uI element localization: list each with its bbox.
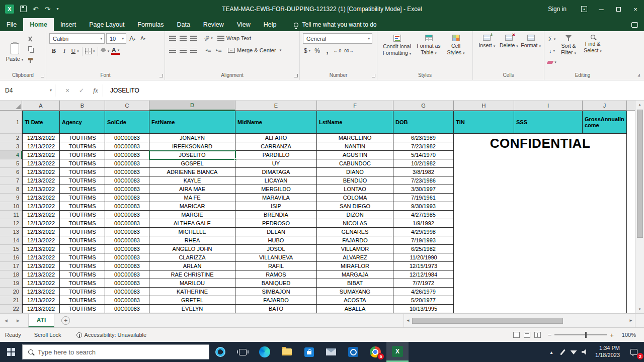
cell-C21[interactable]: 00C00083 [105,296,149,305]
row-header-6[interactable]: 6 [0,168,22,176]
format-cells-button[interactable]: Format [520,33,542,71]
header-cell-A1[interactable]: Ti Date [22,111,60,134]
cell-F21[interactable]: ACOSTA [317,296,393,305]
cell-F17[interactable]: MIRAFLOR [317,262,393,270]
tab-file[interactable]: File [0,18,23,31]
cell-G8[interactable]: 3/30/1997 [393,185,454,194]
cell-C11[interactable]: 00C00083 [105,211,149,219]
cell-F11[interactable]: DIZON [317,211,393,219]
cell-E20[interactable]: SIMBAJON [235,288,317,296]
column-header-E[interactable]: E [235,101,317,111]
save-icon[interactable] [20,6,27,13]
cell-F9[interactable]: COLOMA [317,194,393,202]
comments-icon[interactable] [631,22,638,28]
cell-styles-button[interactable]: Cell Styles [444,33,468,71]
wrap-text-button[interactable]: Wrap Text [217,35,251,41]
cell-F3[interactable]: NANTIN [317,142,393,151]
cell-D3[interactable]: IREEKSONARD [149,142,235,151]
cell-G13[interactable]: 4/29/1998 [393,228,454,236]
zoom-out-icon[interactable] [545,331,555,339]
task-view-button[interactable] [231,342,254,362]
scroll-up-icon[interactable]: ▴ [635,101,644,109]
delete-cells-button[interactable]: Delete [498,33,520,71]
cell-A5[interactable]: 12/13/2022 [22,159,60,168]
fill-color-icon[interactable] [101,46,110,56]
cell-F20[interactable]: SUMAYANG [317,288,393,296]
column-header-A[interactable]: A [22,101,60,111]
cell-E8[interactable]: MERGILDO [235,185,317,194]
cell-E13[interactable]: DELAN [235,228,317,236]
sheet-nav-right-icon[interactable] [12,314,24,327]
cell-B5[interactable]: TOUTRMS [60,159,105,168]
cell-G16[interactable]: 11/20/1990 [393,253,454,262]
cell-B8[interactable]: TOUTRMS [60,185,105,194]
cell-D11[interactable]: MARGIE [149,211,235,219]
dialog-launcher-icon[interactable] [372,74,375,77]
cell-B19[interactable]: TOUTRMS [60,279,105,288]
cell-G22[interactable]: 10/13/1995 [393,305,454,313]
cell-G17[interactable]: 12/15/1973 [393,262,454,270]
tab-view[interactable]: View [230,18,257,31]
dialog-launcher-icon[interactable] [294,74,298,77]
cell-A7[interactable]: 12/13/2022 [22,176,60,185]
row-header-15[interactable]: 15 [0,245,22,253]
sign-in-button[interactable]: Sign in [539,6,576,13]
row-header-17[interactable]: 17 [0,262,22,270]
cell-C2[interactable]: 00C00083 [105,134,149,142]
header-cell-G1[interactable]: DOB [393,111,454,134]
cell-E11[interactable]: BRENDIA [235,211,317,219]
cut-icon[interactable] [26,35,34,42]
cell-B4[interactable]: TOUTRMS [60,151,105,159]
header-cell-F1[interactable]: LstName [317,111,393,134]
excel-taskbar-button[interactable] [386,342,409,362]
cell-A18[interactable]: 12/13/2022 [22,270,60,279]
cell-E22[interactable]: BATO [235,305,317,313]
row-header-8[interactable]: 8 [0,185,22,194]
cell-F12[interactable]: NICOLAS [317,219,393,228]
cell-B17[interactable]: TOUTRMS [60,262,105,270]
cell-B3[interactable]: TOUTRMS [60,142,105,151]
cell-F16[interactable]: ALVAREZ [317,253,393,262]
cell-E5[interactable]: UY [235,159,317,168]
cell-A10[interactable]: 12/13/2022 [22,202,60,211]
mail-taskbar-button[interactable] [320,342,342,362]
zoom-in-icon[interactable] [607,331,617,339]
borders-icon[interactable] [85,46,95,56]
cell-G21[interactable]: 5/20/1977 [393,296,454,305]
cell-E12[interactable]: PEDROSO [235,219,317,228]
tab-help[interactable]: Help [257,18,283,31]
merge-center-button[interactable]: Merge & Center [228,47,281,53]
cell-C8[interactable]: 00C00083 [105,185,149,194]
cell-E4[interactable]: PARDILLO [235,151,317,159]
italic-button[interactable] [60,46,69,56]
cell-C14[interactable]: 00C00083 [105,236,149,245]
cell-G4[interactable]: 5/14/1970 [393,151,454,159]
insert-function-icon[interactable]: fx [89,84,103,97]
action-center-button[interactable]: 2 [624,342,644,362]
horizontal-scrollbar[interactable] [404,314,635,327]
cell-E16[interactable]: VILLANUEVA [235,253,317,262]
maximize-button[interactable] [610,0,627,18]
redo-icon[interactable]: ↷ [45,6,51,13]
cell-E7[interactable]: LICAYAN [235,176,317,185]
cell-G15[interactable]: 6/25/1982 [393,245,454,253]
cell-F4[interactable]: AGUSTIN [317,151,393,159]
cell-G14[interactable]: 7/19/1993 [393,236,454,245]
row-header-19[interactable]: 19 [0,279,22,288]
clear-icon[interactable] [547,57,556,67]
cell-B11[interactable]: TOUTRMS [60,211,105,219]
align-left-icon[interactable] [168,45,177,55]
cell-C16[interactable]: 00C00083 [105,253,149,262]
increase-font-size-icon[interactable] [128,34,137,43]
page-layout-view-icon[interactable] [524,332,530,338]
edge-taskbar-button[interactable] [254,342,276,362]
cell-D5[interactable]: GOSPEL [149,159,235,168]
autosum-icon[interactable] [547,34,556,44]
normal-view-icon[interactable] [513,332,520,338]
cell-D12[interactable]: ALTHEA GALE [149,219,235,228]
cell-A15[interactable]: 12/13/2022 [22,245,60,253]
conditional-formatting-button[interactable]: Condit ional Formatting [380,33,414,71]
row-header-10[interactable]: 10 [0,202,22,211]
cell-E17[interactable]: RAFIL [235,262,317,270]
cell-G2[interactable]: 6/23/1989 [393,134,454,142]
